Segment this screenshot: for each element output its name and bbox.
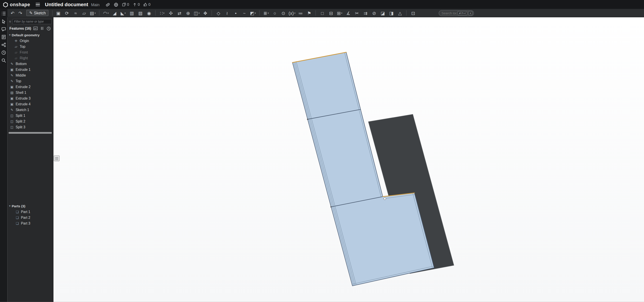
part-row[interactable]: ❏ Part 3 (7, 220, 53, 226)
point-tool[interactable]: • ▾ (232, 10, 240, 16)
undo-button[interactable]: ↶ (8, 10, 16, 16)
variable-tool[interactable]: (x) ▾ (288, 10, 296, 16)
sheet-metal-tool[interactable]: □ ▾ (318, 10, 326, 16)
search-tools-box[interactable]: alt+/ s (438, 10, 474, 16)
feature-row[interactable]: ▣ Extrude 4 (7, 101, 53, 107)
select-panel-button[interactable] (0, 18, 7, 25)
feature-row[interactable]: ▣ Extrude 2 (7, 84, 53, 90)
fillet-tool[interactable]: ◠ ▾ (102, 10, 110, 16)
thicken-tool[interactable]: ▤ ▾ (89, 10, 96, 16)
suppress-button[interactable] (39, 26, 45, 31)
named-positions-button[interactable] (33, 26, 38, 31)
circular-pattern-tool[interactable]: ✣ ▾ (167, 10, 175, 16)
equation-tool[interactable]: ≔ ▾ (297, 10, 304, 16)
move-face-tool[interactable]: ⇉ ▾ (362, 10, 370, 16)
feature-row[interactable]: ✎ Top (7, 78, 53, 84)
feature-row[interactable]: ▱ Right (7, 55, 53, 61)
tool-icon: ◩ (250, 10, 254, 16)
feature-row[interactable]: ◫ Split 2 (7, 118, 53, 124)
vertex-marker[interactable] (330, 206, 332, 208)
filter-funnel-icon[interactable] (9, 20, 11, 24)
main-menu-icon[interactable] (36, 3, 40, 7)
hole-tool[interactable]: ◉ ▾ (145, 10, 153, 16)
public-globe-icon[interactable] (114, 2, 118, 7)
frame-tool[interactable]: ⊞ ▾ (336, 10, 344, 16)
likes-counter[interactable]: 0 (144, 3, 150, 7)
fit-view-tool[interactable]: ⊡ ▾ (409, 10, 417, 16)
extrude-tool[interactable]: ▣ ▾ (54, 10, 62, 16)
appearance-tool[interactable]: ◨ ▾ (388, 10, 395, 16)
split-tool[interactable]: ◫ ▾ (193, 10, 200, 16)
feature-row[interactable]: ▣ Extrude 1 (7, 67, 53, 72)
share-link-icon[interactable] (106, 2, 110, 7)
revolve-tool[interactable]: ⟳ ▾ (63, 10, 71, 16)
feature-row[interactable]: ▣ Extrude 3 (7, 95, 53, 101)
sweep-tool[interactable]: ≈ ▾ (72, 10, 79, 16)
feature-row[interactable]: ✎ Sketch 1 (7, 107, 53, 113)
feature-row[interactable]: ◫ Split 1 (7, 113, 53, 118)
feature-row[interactable]: ▱ Top (7, 44, 53, 49)
feature-row[interactable]: ✎ Middle (7, 72, 53, 78)
history-panel-button[interactable] (0, 49, 7, 56)
copies-counter[interactable]: 0 (122, 3, 129, 7)
rib-tool[interactable]: ▥ ▾ (128, 10, 136, 16)
curve-tool[interactable]: ≀ ▾ (223, 10, 231, 16)
section-view-tool[interactable]: ◪ ▾ (379, 10, 386, 16)
default-geometry-group[interactable]: ▾ Default geometry (7, 32, 53, 38)
vertex-marker[interactable] (307, 119, 308, 120)
part-row[interactable]: ❏ Part 1 (7, 209, 53, 215)
mirror-tool[interactable]: ⇄ ▾ (176, 10, 183, 16)
feature-row[interactable]: ✛ Origin (7, 38, 53, 44)
shell-tool[interactable]: ▧ ▾ (136, 10, 144, 16)
sharing-panel-button[interactable] (0, 41, 7, 48)
linear-pattern-tool[interactable]: ∷ ▾ (158, 10, 166, 16)
import-tool[interactable]: ⊙ ▾ (280, 10, 287, 16)
boolean-tool[interactable]: ⊕ ▾ (184, 10, 192, 16)
feature-row[interactable]: ▧ Shell 1 (7, 90, 53, 95)
feature-list-tool[interactable]: ≣ ▾ (262, 10, 270, 16)
redo-button[interactable]: ↷ (16, 10, 24, 16)
graphics-viewport[interactable] (54, 17, 644, 302)
draft-tool[interactable]: ◣ ▾ (119, 10, 127, 16)
plane-tool[interactable]: ◇ ▾ (214, 10, 222, 16)
feature-label: Extrude 4 (16, 102, 31, 106)
sphere-tool[interactable]: ○ ▾ (271, 10, 278, 16)
notes-panel-button[interactable] (0, 33, 7, 41)
search-tools-input[interactable] (442, 11, 457, 15)
feature-row[interactable]: ◫ Split 3 (7, 124, 53, 130)
delete-face-tool[interactable]: ⊘ ▾ (370, 10, 378, 16)
document-title[interactable]: Untitled document (45, 2, 88, 7)
panel-collapse-handle[interactable] (54, 156, 60, 161)
feature-list-panel-button[interactable] (0, 10, 7, 17)
feature-label: Extrude 3 (16, 96, 31, 100)
helix-tool[interactable]: ~ ▾ (240, 10, 248, 16)
feature-filter-input[interactable] (12, 19, 52, 24)
comments-panel-button[interactable] (0, 26, 7, 33)
surface-tool[interactable]: ◩ ▾ (249, 10, 257, 16)
rollback-bar[interactable] (8, 132, 52, 134)
measure-tool[interactable]: ∡ ▾ (344, 10, 352, 16)
parts-group[interactable]: ▾ Parts (3) (7, 203, 53, 209)
feature-row[interactable]: ▱ Front (7, 49, 53, 55)
caret-down-icon: ▾ (294, 10, 296, 16)
feature-label: Split 1 (16, 113, 26, 118)
follows-counter[interactable]: 0 (133, 3, 140, 7)
sketch-button[interactable]: ✎ Sketch (26, 10, 48, 16)
part-row[interactable]: ❏ Part 2 (7, 215, 53, 220)
loft-tool[interactable]: ▱ ▾ (80, 10, 88, 16)
flatten-tool[interactable]: ⊟ ▾ (327, 10, 335, 16)
rollback-history-button[interactable] (46, 26, 51, 31)
chamfer-tool[interactable]: ◢ ▾ (111, 10, 118, 16)
tag-tool[interactable]: ⚑ ▾ (305, 10, 313, 16)
document-meta: 0 0 0 (106, 2, 150, 7)
transform-tool[interactable]: ✥ ▾ (202, 10, 209, 16)
caret-down-icon[interactable]: ▾ (9, 33, 10, 37)
isolate-tool[interactable]: △ ▾ (396, 10, 404, 16)
workspace-label[interactable]: Main (91, 2, 100, 7)
search-panel-button[interactable] (0, 57, 7, 64)
feature-row[interactable]: ✎ Bottom (7, 61, 53, 67)
vertex-ring-marker[interactable] (384, 198, 386, 200)
onshape-logo[interactable]: onshape (3, 2, 30, 7)
caret-down-icon[interactable]: ▾ (9, 204, 10, 208)
trim-tool[interactable]: ✂ ▾ (353, 10, 361, 16)
